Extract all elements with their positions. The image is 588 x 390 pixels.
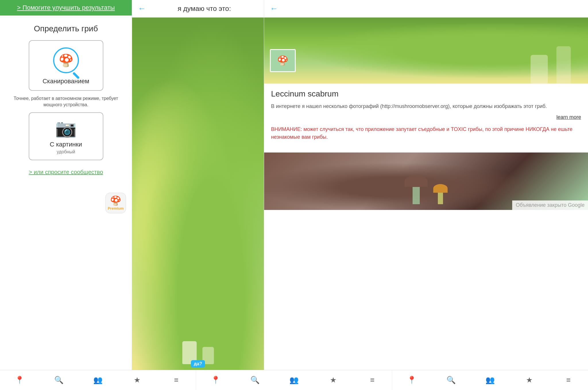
right-species-title: Leccinum scabrum (271, 89, 581, 99)
middle-header: ← я думаю что это: (132, 0, 264, 18)
nav-favorites-3[interactable]: ★ (510, 370, 549, 390)
page-title: Определить гриб (34, 24, 98, 33)
scan-option[interactable]: 🍄 Сканированием (29, 40, 103, 91)
right-back-button[interactable]: ← (270, 4, 278, 13)
nav-favorites-1[interactable]: ★ (117, 370, 156, 390)
left-panel: > Помогите улучшить результаты Определит… (0, 0, 132, 370)
nav-section-3: 📍 🔍 👥 ★ ≡ (392, 370, 588, 390)
nav-search-3[interactable]: 🔍 (431, 370, 470, 390)
nav-search-2[interactable]: 🔍 (235, 370, 274, 390)
nav-section-1: 📍 🔍 👥 ★ ≡ (0, 370, 196, 390)
camera-sublabel: удобный (57, 149, 75, 155)
nav-location-1[interactable]: 📍 (0, 370, 39, 390)
community-link[interactable]: > или спросите сообщество (29, 169, 103, 175)
nav-menu-3[interactable]: ≡ (549, 370, 588, 390)
nav-menu-1[interactable]: ≡ (157, 370, 196, 390)
mushroom-scan-icon: 🍄 (59, 53, 74, 67)
middle-content: да? Leccinum scabrum Или, может быть, од… (132, 18, 264, 370)
yes-badge-main[interactable]: да? (191, 360, 205, 368)
ad-section: Объявление закрыто Google (264, 152, 588, 210)
right-content: 🍄 Leccinum scabrum В интернете я нашел н… (264, 18, 588, 370)
back-button[interactable]: ← (138, 4, 146, 13)
camera-option[interactable]: 📷 С картинки удобный (29, 112, 103, 160)
scan-circle-icon: 🍄 (53, 47, 79, 73)
nav-community-2[interactable]: 👥 (274, 370, 314, 390)
premium-badge[interactable]: 🍄 Premium (105, 193, 126, 213)
scan-description: Точнее, работает в автономном режиме, тр… (6, 95, 126, 108)
nav-location-2[interactable]: 📍 (196, 370, 235, 390)
main-result-image: да? (132, 18, 264, 370)
improve-results-link[interactable]: > Помогите улучшить результаты (17, 4, 115, 11)
right-hero-image: 🍄 (264, 18, 588, 84)
left-content: Определить гриб 🍄 Сканированием Точнее, … (0, 16, 132, 370)
nav-community-3[interactable]: 👥 (471, 370, 510, 390)
warning-text: ВНИМАНИЕ: может случиться так, что прило… (271, 126, 581, 141)
middle-panel: ← я думаю что это: да? Leccinum scabrum … (132, 0, 264, 370)
right-panel: ← 🍄 Leccinum scabrum В интернете я нашел… (264, 0, 588, 370)
nav-menu-2[interactable]: ≡ (353, 370, 392, 390)
right-header: ← (264, 0, 588, 18)
learn-more-link[interactable]: learn more (271, 114, 581, 120)
nav-section-2: 📍 🔍 👥 ★ ≡ (196, 370, 392, 390)
right-description: В интернете я нашел несколько фотографий… (271, 103, 581, 110)
scan-label: Сканированием (42, 78, 89, 85)
camera-icon: 📷 (55, 118, 77, 138)
premium-label: Premium (108, 206, 124, 211)
scan-icon-wrapper: 🍄 (52, 46, 80, 75)
premium-mushroom-icon: 🍄 (110, 195, 121, 206)
right-info: Leccinum scabrum В интернете я нашел нес… (264, 84, 588, 152)
left-header: > Помогите улучшить результаты (0, 0, 132, 16)
camera-label: С картинки (50, 141, 82, 148)
ad-label: Объявление закрыто Google (512, 200, 588, 210)
middle-title: я думаю что это: (150, 5, 258, 13)
nav-favorites-2[interactable]: ★ (314, 370, 353, 390)
bottom-navigation: 📍 🔍 👥 ★ ≡ 📍 🔍 👥 ★ ≡ 📍 🔍 👥 ★ ≡ (0, 370, 588, 390)
nav-community-1[interactable]: 👥 (78, 370, 117, 390)
nav-location-3[interactable]: 📍 (392, 370, 431, 390)
nav-search-1[interactable]: 🔍 (39, 370, 78, 390)
hero-thumbnail: 🍄 (270, 49, 296, 72)
thumbnail-mushroom-icon: 🍄 (277, 55, 289, 66)
